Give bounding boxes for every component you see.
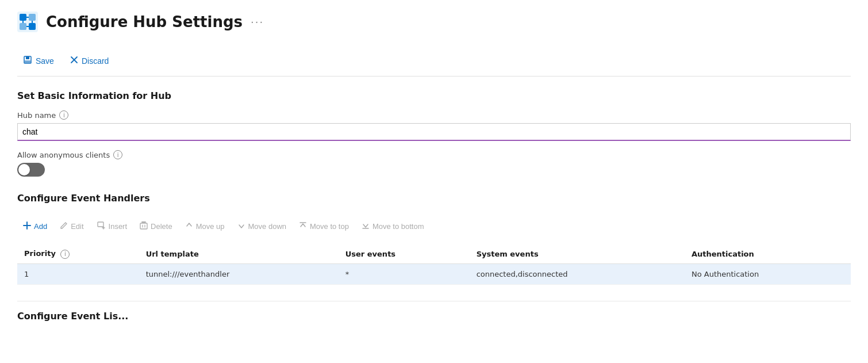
cell-authentication: No Authentication [685,263,851,284]
anonymous-clients-label-container: Allow anonymous clients i [17,150,851,159]
event-handlers-section: Configure Event Handlers Add Edit [17,193,851,285]
table-body: 1 tunnel:///eventhandler * connected,dis… [17,263,851,284]
svg-rect-19 [140,223,147,229]
toggle-thumb [18,164,30,175]
col-priority: Priority i [17,244,139,263]
anonymous-clients-toggle[interactable] [17,163,45,177]
move-up-icon [185,221,193,231]
edit-button[interactable]: Edit [54,218,89,235]
insert-icon [97,221,106,232]
page-header: Configure Hub Settings ··· [17,12,851,32]
bottom-section-title: Configure Event Lis... [17,311,851,322]
move-to-bottom-icon [362,221,370,231]
edit-label: Edit [71,222,83,231]
delete-label: Delete [151,222,172,231]
delete-button[interactable]: Delete [134,218,178,235]
more-options-icon[interactable]: ··· [251,16,264,28]
move-up-button[interactable]: Move up [179,218,231,235]
svg-rect-10 [26,56,29,59]
edit-icon [60,221,68,231]
page-title: Configure Hub Settings [46,13,243,30]
event-handlers-table: Priority i Url template User events Syst… [17,244,851,285]
event-handlers-title: Configure Event Handlers [17,193,851,204]
discard-label: Discard [82,56,109,66]
save-button[interactable]: Save [17,52,60,70]
cell-priority: 1 [17,263,139,284]
add-button[interactable]: Add [17,218,53,235]
basic-info-section: Set Basic Information for Hub Hub name i… [17,90,851,177]
toggle-track [17,163,45,177]
anonymous-clients-info-icon[interactable]: i [113,150,122,159]
svg-rect-4 [29,23,36,30]
move-down-label: Move down [248,222,286,231]
svg-rect-16 [98,222,103,227]
svg-rect-2 [29,14,36,21]
col-system-events: System events [470,244,685,263]
hub-name-label: Hub name [17,111,56,120]
hub-name-input[interactable] [17,123,851,141]
svg-rect-3 [20,23,26,30]
col-authentication: Authentication [685,244,851,263]
cell-url-template: tunnel:///eventhandler [139,263,339,284]
move-up-label: Move up [196,222,225,231]
discard-icon [70,56,78,66]
col-url-template: Url template [139,244,339,263]
priority-info-icon[interactable]: i [60,250,70,259]
discard-button[interactable]: Discard [64,52,114,70]
cell-user-events: * [339,263,470,284]
app-icon [17,12,38,32]
anonymous-clients-toggle-container [17,163,851,177]
anonymous-clients-label: Allow anonymous clients [17,151,110,159]
col-user-events: User events [339,244,470,263]
add-icon [23,221,31,231]
action-toolbar: Add Edit Insert [17,213,851,240]
move-to-top-icon [299,221,307,231]
insert-label: Insert [109,222,128,231]
move-to-top-label: Move to top [310,222,349,231]
top-toolbar: Save Discard [17,46,851,77]
move-to-bottom-button[interactable]: Move to bottom [356,218,430,235]
cell-system-events: connected,disconnected [470,263,685,284]
insert-button[interactable]: Insert [91,217,133,235]
hub-name-label-container: Hub name i [17,110,851,120]
save-icon [23,55,32,67]
svg-rect-1 [20,14,26,21]
delete-icon [140,221,148,231]
move-down-icon [237,221,245,231]
bottom-section: Configure Event Lis... [17,301,851,322]
hub-name-info-icon[interactable]: i [59,110,68,120]
move-to-top-button[interactable]: Move to top [293,218,355,235]
table-header: Priority i Url template User events Syst… [17,244,851,263]
save-label: Save [36,56,54,66]
move-to-bottom-label: Move to bottom [372,222,424,231]
move-down-button[interactable]: Move down [232,218,292,235]
basic-info-title: Set Basic Information for Hub [17,90,851,101]
svg-rect-11 [25,60,30,63]
table-row[interactable]: 1 tunnel:///eventhandler * connected,dis… [17,263,851,284]
add-label: Add [34,222,47,231]
